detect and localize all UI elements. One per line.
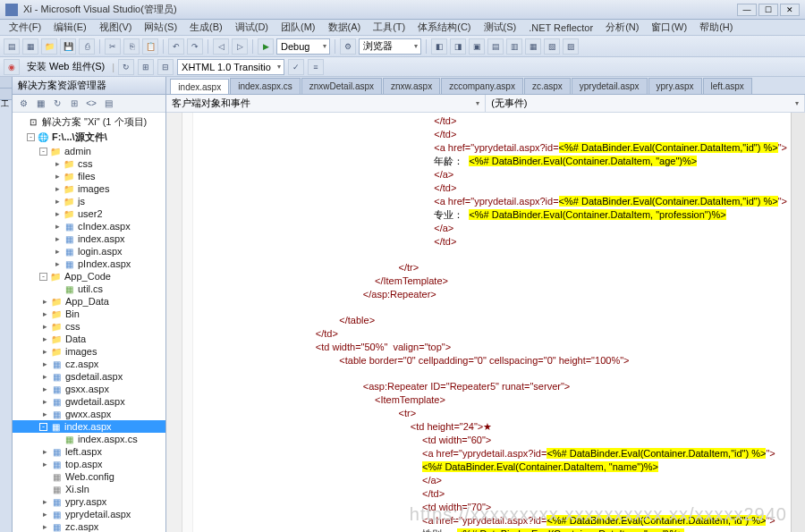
- install-web-label[interactable]: 安装 Web 组件(S): [23, 60, 108, 73]
- extra-icon-2[interactable]: ◨: [450, 38, 466, 55]
- extra-icon-6[interactable]: ▦: [525, 38, 541, 55]
- tree-file-xisln[interactable]: ▦Xi.sln: [13, 483, 165, 495]
- tree-folder-appcode[interactable]: -📁App_Code: [13, 270, 165, 283]
- refresh-icon[interactable]: ↻: [50, 97, 64, 111]
- tab-left[interactable]: left.aspx: [703, 78, 752, 94]
- menu-edit[interactable]: 编辑(E): [48, 20, 92, 35]
- tree-folder-images[interactable]: ▸📁images: [13, 182, 165, 195]
- tab-yprydetail[interactable]: yprydetail.aspx: [572, 78, 648, 94]
- tree-file-left[interactable]: ▸▦left.aspx: [13, 445, 165, 458]
- new-project-icon[interactable]: ▤: [4, 38, 20, 55]
- sidetab-1[interactable]: 服: [0, 77, 12, 89]
- view-code-icon[interactable]: <>: [84, 97, 98, 111]
- tab-index[interactable]: index.aspx: [170, 79, 229, 95]
- menu-test[interactable]: 测试(S): [479, 20, 522, 35]
- tab-znxwdetail[interactable]: znxwDetail.aspx: [301, 78, 382, 94]
- doctype-combo[interactable]: XHTML 1.0 Transitio: [177, 59, 284, 75]
- tool2-icon-3[interactable]: ⊟: [157, 59, 174, 75]
- menu-data[interactable]: 数据(A): [323, 20, 367, 35]
- start-debug-icon[interactable]: ▶: [258, 38, 274, 55]
- tree-file-yprydetail[interactable]: ▸▦yprydetail.aspx: [13, 508, 165, 520]
- project-node[interactable]: -🌐F:\...\源文件\: [13, 130, 165, 145]
- tool2-icon-1[interactable]: ↻: [118, 59, 134, 75]
- nav-object-combo[interactable]: 客户端对象和事件: [166, 95, 486, 112]
- config-combo[interactable]: Debug: [276, 38, 330, 55]
- tree-folder-user2[interactable]: ▸📁user2: [13, 207, 165, 220]
- tab-zccompany[interactable]: zccompany.aspx: [441, 78, 523, 94]
- tab-ypry[interactable]: ypry.aspx: [648, 78, 702, 94]
- tool2-icon-4[interactable]: ✓: [288, 59, 304, 75]
- tree-file-cindex[interactable]: ▸▦cIndex.aspx: [13, 220, 165, 232]
- tree-file-index[interactable]: -▦index.aspx: [13, 420, 165, 433]
- view-designer-icon[interactable]: ▤: [101, 97, 115, 111]
- tree-file-utilcs[interactable]: ▦util.cs: [13, 283, 165, 295]
- code-editor[interactable]: </td> </td> <a href="yprydetail.aspx?id=…: [193, 113, 791, 532]
- extra-icon-5[interactable]: ▥: [506, 38, 522, 55]
- browser-combo[interactable]: 浏览器: [359, 38, 421, 55]
- menu-help[interactable]: 帮助(H): [694, 20, 738, 35]
- menu-tools[interactable]: 工具(T): [368, 20, 411, 35]
- show-all-icon[interactable]: ▦: [33, 97, 47, 111]
- extra-icon-1[interactable]: ◧: [431, 38, 447, 55]
- tree-folder-appdata[interactable]: ▸📁App_Data: [13, 295, 165, 308]
- menu-window[interactable]: 窗口(W): [646, 20, 692, 35]
- menu-file[interactable]: 文件(F): [4, 20, 47, 35]
- tab-znxw[interactable]: znxw.aspx: [383, 78, 440, 94]
- tree-folder-images2[interactable]: ▸📁images: [13, 345, 165, 358]
- tab-zc[interactable]: zc.aspx: [524, 78, 571, 94]
- copy-icon[interactable]: ⎘: [123, 38, 140, 55]
- menu-analyze[interactable]: 分析(N): [600, 20, 644, 35]
- menu-build[interactable]: 生成(B): [184, 20, 228, 35]
- nav-fwd-icon[interactable]: ▷: [232, 38, 248, 55]
- extra-icon-3[interactable]: ▣: [469, 38, 485, 55]
- menu-reflector[interactable]: .NET Reflector: [523, 21, 598, 34]
- tree-file-ypry[interactable]: ▸▦ypry.aspx: [13, 495, 165, 508]
- nav-event-combo[interactable]: (无事件): [486, 95, 805, 112]
- properties-icon[interactable]: ⚙: [16, 97, 30, 111]
- redo-icon[interactable]: ↷: [187, 38, 203, 55]
- sidetab-2[interactable]: 工: [0, 89, 12, 100]
- menu-arch[interactable]: 体系结构(C): [412, 20, 476, 35]
- tree-folder-data[interactable]: ▸📁Data: [13, 333, 165, 345]
- tree-folder-bin[interactable]: ▸📁Bin: [13, 308, 165, 320]
- tree-file-indexa[interactable]: ▸▦index.aspx: [13, 232, 165, 245]
- tree-file-webconfig[interactable]: ▦Web.config: [13, 470, 165, 483]
- tree-file-cz[interactable]: ▸▦cz.aspx: [13, 358, 165, 370]
- nav-back-icon[interactable]: ◁: [213, 38, 229, 55]
- tool2-icon-2[interactable]: ⊞: [138, 59, 154, 75]
- tree-file-gsdetail[interactable]: ▸▦gsdetail.aspx: [13, 370, 165, 383]
- tab-indexcs[interactable]: index.aspx.cs: [230, 78, 301, 94]
- tree-file-gwdetail[interactable]: ▸▦gwdetail.aspx: [13, 395, 165, 408]
- tool-icon[interactable]: ⚙: [340, 38, 356, 55]
- menu-website[interactable]: 网站(S): [139, 20, 182, 35]
- add-item-icon[interactable]: ▦: [22, 38, 38, 55]
- nest-icon[interactable]: ⊞: [67, 97, 81, 111]
- tree-file-zc[interactable]: ▸▦zc.aspx: [13, 520, 165, 532]
- tree-file-gwxx[interactable]: ▸▦gwxx.aspx: [13, 408, 165, 420]
- tree-folder-files[interactable]: ▸📁files: [13, 170, 165, 182]
- menu-debug[interactable]: 调试(D): [230, 20, 274, 35]
- extra-icon-4[interactable]: ▤: [487, 38, 504, 55]
- tree-folder-css[interactable]: ▸📁css: [13, 157, 165, 170]
- menu-team[interactable]: 团队(M): [275, 20, 321, 35]
- solution-node[interactable]: ⊡解决方案 "Xi" (1 个项目): [13, 114, 165, 130]
- minimize-button[interactable]: —: [737, 4, 757, 16]
- vertical-scrollbar[interactable]: [791, 113, 805, 532]
- menu-view[interactable]: 视图(V): [94, 20, 138, 35]
- tree-folder-admin[interactable]: -📁admin: [13, 145, 165, 157]
- tree-file-top[interactable]: ▸▦top.aspx: [13, 458, 165, 470]
- maximize-button[interactable]: ☐: [758, 4, 778, 16]
- tree-folder-css2[interactable]: ▸📁css: [13, 320, 165, 333]
- tree-folder-js[interactable]: ▸📁js: [13, 195, 165, 207]
- extra-icon-7[interactable]: ▧: [544, 38, 560, 55]
- tree-file-indexcs[interactable]: ▦index.aspx.cs: [13, 433, 165, 445]
- close-button[interactable]: ✕: [780, 4, 800, 16]
- paste-icon[interactable]: 📋: [142, 38, 158, 55]
- save-all-icon[interactable]: ⎙: [79, 38, 95, 55]
- cut-icon[interactable]: ✂: [105, 38, 121, 55]
- globe-icon[interactable]: ◉: [4, 59, 20, 75]
- save-icon[interactable]: 💾: [60, 38, 76, 55]
- undo-icon[interactable]: ↶: [168, 38, 184, 55]
- extra-icon-8[interactable]: ▨: [563, 38, 579, 55]
- solution-tree[interactable]: ⊡解决方案 "Xi" (1 个项目) -🌐F:\...\源文件\ -📁admin…: [13, 113, 165, 532]
